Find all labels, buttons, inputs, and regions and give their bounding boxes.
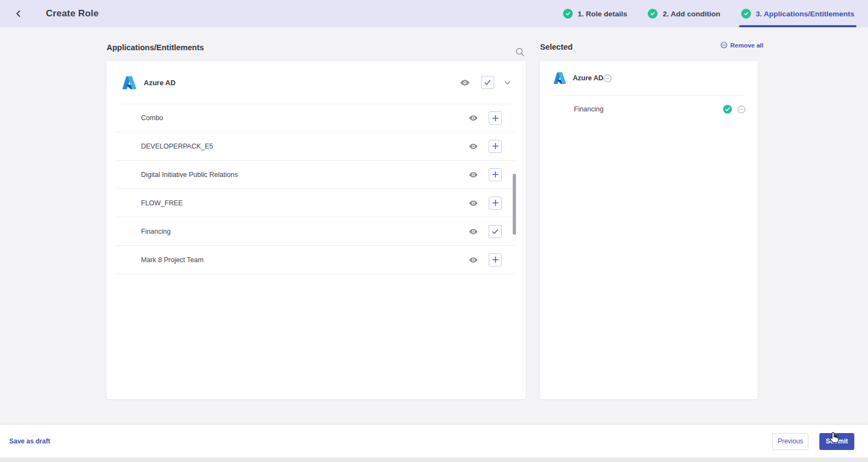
remove-entitlement-button[interactable]: [737, 105, 746, 114]
search-button[interactable]: [513, 45, 527, 59]
entitlement-name: Digital Initiative Public Relations: [141, 171, 238, 179]
add-entitlement-button[interactable]: [489, 197, 502, 210]
selected-entitlement-row: Financing: [540, 96, 758, 123]
create-role-screen: Create Role 1. Role details 2. Add condi…: [0, 0, 868, 462]
preview-entitlement-button[interactable]: [467, 168, 480, 181]
step-complete-icon: [741, 9, 751, 19]
plus-icon: [492, 171, 499, 178]
bottom-strip: [0, 458, 868, 462]
selected-application-name: Azure AD: [573, 74, 603, 82]
selected-title: Selected: [540, 43, 573, 51]
scrollbar-thumb[interactable]: [513, 174, 516, 235]
chevron-left-icon: [15, 10, 22, 17]
entitlement-name: FLOW_FREE: [141, 199, 183, 207]
step-add-condition[interactable]: 2. Add condition: [648, 0, 720, 27]
plus-icon: [492, 199, 499, 206]
entitlement-name: Combo: [141, 114, 163, 122]
step-complete-icon: [648, 9, 658, 19]
back-button[interactable]: [12, 7, 25, 20]
save-as-draft-link[interactable]: Save as draft: [9, 437, 50, 445]
entitlement-name: DEVELOPERPACK_E5: [141, 143, 213, 150]
application-group-row: Azure AD: [107, 61, 526, 104]
minus-circle-icon: [720, 42, 728, 49]
add-entitlement-button[interactable]: [489, 168, 502, 181]
preview-entitlement-button[interactable]: [467, 225, 480, 238]
eye-icon: [468, 227, 478, 236]
entitlement-name: Financing: [141, 228, 171, 235]
entitlement-name: Mark 8 Project Team: [141, 256, 203, 264]
entitlement-selected-checkbox[interactable]: [489, 225, 502, 238]
step-applications-entitlements[interactable]: 3. Applications/Entitlements: [741, 0, 854, 27]
step-label: 2. Add condition: [662, 10, 720, 18]
eye-icon: [468, 170, 478, 180]
plus-icon: [492, 256, 499, 263]
preview-entitlement-button[interactable]: [467, 140, 480, 153]
eye-icon: [468, 198, 478, 208]
confirmed-check-icon: [723, 105, 732, 114]
search-icon: [515, 47, 525, 57]
preview-entitlement-button[interactable]: [467, 253, 480, 266]
add-entitlement-button[interactable]: [489, 111, 502, 125]
applications-entitlements-title: Applications/Entitlements: [107, 43, 204, 52]
eye-icon: [468, 113, 478, 123]
selected-application-row: Azure AD: [540, 61, 758, 95]
preview-application-button[interactable]: [458, 76, 471, 89]
selected-panel: Azure AD Financing: [540, 61, 758, 399]
selected-entitlement-name: Financing: [574, 105, 603, 113]
submit-button[interactable]: Submit: [819, 433, 854, 450]
collapse-group-button[interactable]: [502, 77, 513, 88]
add-entitlement-button[interactable]: [489, 253, 502, 266]
footer-bar: Save as draft Previous Submit: [0, 425, 868, 458]
add-entitlement-button[interactable]: [489, 140, 502, 153]
checkmark-icon: [484, 79, 491, 86]
remove-all-label: Remove all: [730, 42, 764, 49]
plus-icon: [492, 143, 499, 150]
topbar: Create Role 1. Role details 2. Add condi…: [0, 0, 868, 27]
applications-panel: Azure AD Combo: [107, 61, 526, 399]
minus-circle-icon: [737, 105, 746, 114]
eye-icon: [468, 255, 478, 265]
application-name: Azure AD: [144, 79, 175, 87]
preview-entitlement-button[interactable]: [467, 197, 480, 210]
entitlement-row: Digital Initiative Public Relations: [116, 161, 515, 189]
preview-entitlement-button[interactable]: [467, 111, 480, 125]
azure-ad-logo-icon: [122, 75, 137, 90]
eye-icon: [460, 78, 470, 88]
minus-circle-icon: [603, 74, 612, 82]
step-role-details[interactable]: 1. Role details: [563, 0, 627, 27]
entitlement-row: Mark 8 Project Team: [116, 246, 515, 274]
plus-icon: [492, 115, 499, 122]
entitlement-row: DEVELOPERPACK_E5: [116, 132, 515, 161]
group-select-checkbox[interactable]: [481, 76, 494, 89]
entitlement-row: Financing: [116, 217, 515, 246]
previous-button[interactable]: Previous: [772, 433, 808, 450]
eye-icon: [468, 141, 478, 151]
active-step-underline: [739, 25, 857, 27]
remove-all-button[interactable]: Remove all: [720, 42, 764, 49]
entitlement-list: Combo DEVELOPERPACK_E5 Digital Initiativ: [116, 104, 515, 274]
step-complete-icon: [563, 9, 573, 19]
entitlement-row: FLOW_FREE: [116, 189, 515, 217]
chevron-down-icon: [504, 79, 511, 86]
step-label: 3. Applications/Entitlements: [756, 10, 854, 18]
page-title: Create Role: [46, 8, 99, 19]
wizard-stepper: 1. Role details 2. Add condition 3. Appl…: [563, 0, 854, 27]
step-label: 1. Role details: [578, 10, 627, 18]
azure-ad-logo-icon: [553, 72, 566, 85]
checkmark-icon: [491, 228, 499, 235]
entitlement-row: Combo: [116, 104, 515, 132]
remove-application-button[interactable]: [603, 74, 612, 82]
